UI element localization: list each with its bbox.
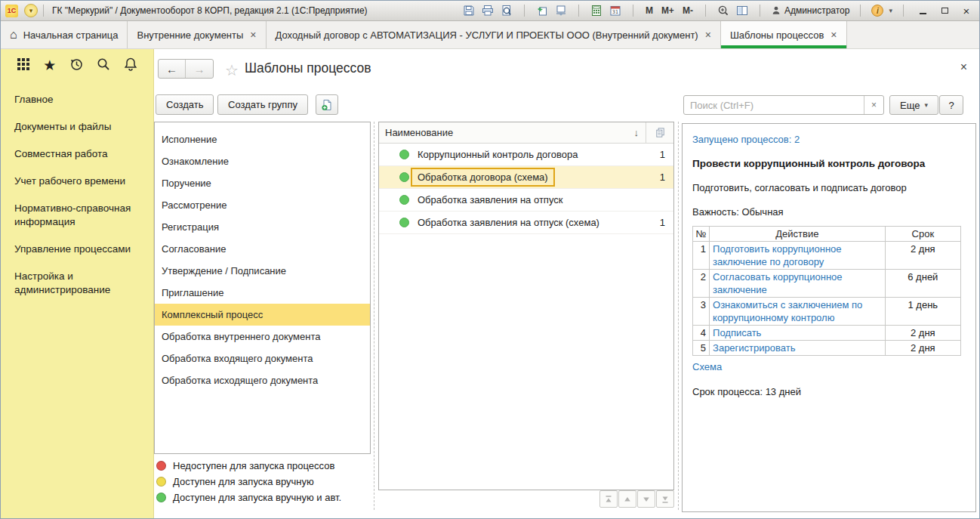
sidebar-item-main[interactable]: Главное — [1, 86, 153, 113]
save-icon[interactable] — [462, 4, 476, 17]
category-item[interactable]: Обработка внутреннего документа — [155, 326, 370, 348]
tab-close-icon[interactable]: × — [250, 29, 256, 41]
category-item[interactable]: Утверждение / Подписание — [155, 260, 370, 282]
template-row[interactable]: Обработка заявления на отпуск — [379, 189, 673, 212]
create-button[interactable]: Создать — [156, 94, 214, 115]
action-link[interactable]: Подготовить коррупционное заключение по … — [713, 243, 842, 267]
sidebar-item-time-tracking[interactable]: Учет рабочего времени — [1, 168, 153, 195]
memory-m-minus-button[interactable]: M- — [681, 5, 695, 16]
legend-label: Доступен для запуска вручную и авт. — [173, 492, 341, 503]
print-preview-icon[interactable] — [500, 4, 513, 17]
notifications-bell-icon[interactable] — [123, 57, 138, 74]
category-item[interactable]: Согласование — [155, 238, 370, 260]
print-icon[interactable] — [481, 4, 495, 17]
create-group-button[interactable]: Создать группу — [217, 94, 308, 115]
status-available-icon — [399, 195, 409, 205]
send-document-icon[interactable] — [535, 4, 549, 17]
history-icon[interactable] — [69, 57, 84, 74]
user-name: Администратор — [784, 5, 850, 16]
more-button[interactable]: Еще ▾ — [889, 95, 938, 115]
category-item[interactable]: Обработка входящего документа — [155, 348, 370, 369]
tab-contract-document[interactable]: Доходный договор с АВТОМАТИЗАЦИЯ - УСЛУГ… — [267, 21, 721, 48]
legend-item: Доступен для запуска вручную — [156, 476, 341, 487]
tab-close-icon[interactable]: × — [705, 29, 711, 41]
tab-internal-documents[interactable]: Внутренние документы × — [128, 21, 266, 48]
zoom-icon[interactable] — [717, 4, 730, 17]
table-header[interactable]: Наименование ↓ — [379, 122, 673, 144]
tab-label: Доходный договор с АВТОМАТИЗАЦИЯ - УСЛУГ… — [276, 29, 698, 41]
calendar-icon[interactable]: 31 — [609, 4, 622, 17]
info-dropdown-icon[interactable]: ▾ — [889, 7, 892, 14]
app-window: 1С ▾ ГК "Меркурий" / Документооборот 8 К… — [0, 0, 980, 519]
search-input[interactable] — [684, 96, 864, 114]
title-bar: 1С ▾ ГК "Меркурий" / Документооборот 8 К… — [1, 1, 979, 21]
search-clear-icon[interactable]: × — [864, 96, 883, 114]
column-num-header: № — [693, 227, 710, 242]
schema-link[interactable]: Схема — [692, 361, 966, 372]
more-label: Еще — [900, 100, 920, 111]
sidebar-item-process-management[interactable]: Управление процессами — [1, 236, 153, 263]
sidebar-item-documents-files[interactable]: Документы и файлы — [1, 113, 153, 141]
memory-m-plus-button[interactable]: M+ — [660, 5, 676, 16]
close-window-button[interactable]: × — [958, 4, 975, 17]
category-item[interactable]: Рассмотрение — [155, 194, 370, 216]
split-window-icon[interactable] — [735, 4, 749, 17]
divider — [633, 5, 633, 17]
sidebar-item-reference-info[interactable]: Нормативно-справочная информация — [1, 195, 153, 236]
category-item[interactable]: Исполнение — [155, 128, 370, 150]
scroll-up-button[interactable] — [618, 490, 636, 508]
tab-home[interactable]: ⌂ Начальная страница — [1, 21, 128, 48]
scroll-to-bottom-button[interactable] — [656, 490, 674, 508]
document-plus-icon — [321, 99, 333, 111]
sidebar-item-collaboration[interactable]: Совместная работа — [1, 141, 153, 168]
search-icon[interactable] — [96, 57, 111, 74]
panel-splitter[interactable] — [374, 122, 374, 510]
column-term-header: Срок — [885, 227, 960, 242]
sidebar-menu: Главное Документы и файлы Совместная раб… — [1, 80, 153, 304]
svg-text:31: 31 — [612, 9, 618, 15]
favorites-icon[interactable]: ★ — [43, 58, 56, 73]
maximize-button[interactable] — [936, 4, 953, 17]
create-new-from-template-button[interactable] — [316, 94, 338, 115]
action-link[interactable]: Подписать — [713, 327, 761, 338]
apps-grid-icon[interactable] — [16, 57, 31, 74]
action-link[interactable]: Ознакомиться с заключением по коррупцион… — [713, 299, 862, 323]
forward-button[interactable]: → — [186, 60, 213, 78]
tab-process-templates[interactable]: Шаблоны процессов × — [721, 21, 847, 48]
home-icon: ⌂ — [10, 28, 17, 42]
add-to-favorites-icon[interactable]: ☆ — [225, 61, 239, 79]
started-processes-link[interactable]: Запущено процессов: 2 — [692, 134, 966, 145]
main-menu-dropdown[interactable]: ▾ — [24, 4, 38, 17]
tab-close-icon[interactable]: × — [831, 29, 837, 41]
panel-splitter[interactable] — [678, 122, 679, 510]
info-icon[interactable]: i — [871, 5, 883, 17]
category-item[interactable]: Приглашение — [155, 282, 370, 304]
column-name-header[interactable]: Наименование — [379, 127, 634, 138]
scroll-down-button[interactable] — [637, 490, 655, 508]
category-item[interactable]: Поручение — [155, 172, 370, 194]
memory-m-button[interactable]: M — [644, 5, 655, 16]
scroll-to-top-button[interactable] — [599, 490, 618, 508]
back-button[interactable]: ← — [159, 60, 186, 78]
action-link[interactable]: Зарегистрировать — [713, 342, 795, 354]
category-item-selected[interactable]: Комплексный процесс — [155, 304, 370, 326]
minimize-button[interactable] — [914, 4, 931, 17]
action-num: 3 — [693, 298, 710, 326]
sidebar-item-settings-administration[interactable]: Настройка и администрирование — [1, 263, 153, 304]
close-form-icon[interactable]: × — [960, 60, 967, 74]
receive-document-icon[interactable] — [554, 4, 568, 17]
current-user[interactable]: Администратор — [771, 5, 850, 16]
template-row[interactable]: Обработка заявления на отпуск (схема) 1 — [379, 212, 673, 234]
category-item[interactable]: Обработка исходящего документа — [155, 369, 370, 391]
category-item[interactable]: Ознакомление — [155, 150, 370, 172]
action-link[interactable]: Согласовать коррупционное заключение — [713, 271, 842, 295]
calculator-icon[interactable] — [590, 4, 603, 17]
category-item[interactable]: Регистрация — [155, 216, 370, 238]
template-details-panel: Запущено процессов: 2 Провести коррупцио… — [682, 123, 976, 512]
template-row-selected[interactable]: Обработка договора (схема) 1 — [379, 166, 673, 189]
template-row[interactable]: Коррупционный контроль договора 1 — [379, 144, 673, 166]
1c-logo-icon: 1С — [5, 5, 18, 17]
action-row: 5 Зарегистрировать 2 дня — [693, 341, 961, 356]
action-term: 2 дня — [885, 326, 960, 341]
help-button[interactable]: ? — [939, 95, 963, 115]
